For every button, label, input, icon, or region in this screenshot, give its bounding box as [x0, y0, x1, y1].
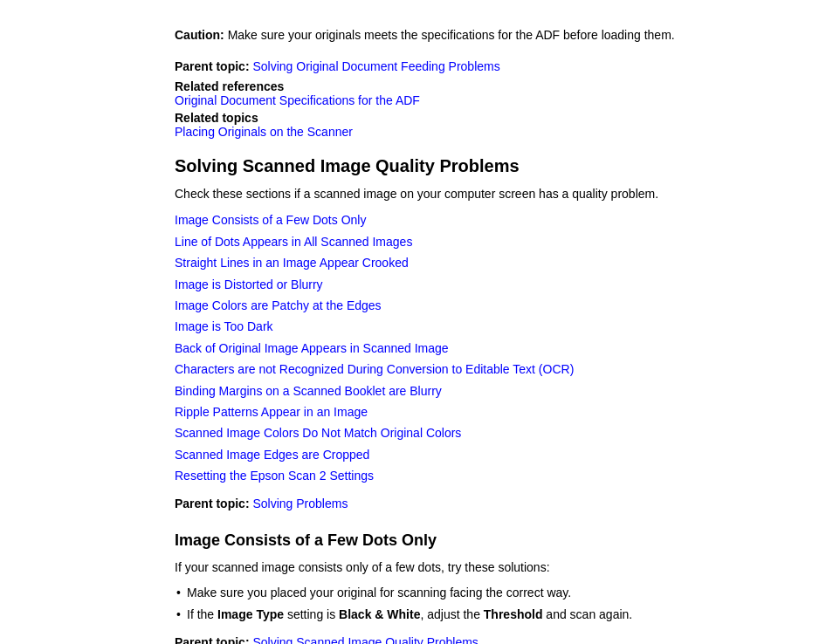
caution-block: Caution: Make sure your originals meets … [175, 26, 781, 45]
image-consists-section: Image Consists of a Few Dots Only If you… [175, 531, 781, 644]
link-scanned-edges[interactable]: Scanned Image Edges are Cropped [175, 448, 369, 462]
bullet-2-bold1: Image Type [217, 607, 284, 621]
list-item: Scanned Image Colors Do Not Match Origin… [175, 423, 781, 442]
image-consists-heading: Image Consists of a Few Dots Only [175, 531, 781, 550]
related-references-block: Related references Original Document Spe… [175, 79, 781, 107]
link-binding-margins[interactable]: Binding Margins on a Scanned Booklet are… [175, 384, 442, 398]
related-references-label: Related references [175, 79, 781, 93]
bullet-2-middle: setting is [284, 607, 339, 621]
solving-link-list: Image Consists of a Few Dots Only Line o… [175, 210, 781, 485]
bullet-2-end: and scan again. [542, 607, 632, 621]
list-item: Scanned Image Edges are Cropped [175, 445, 781, 464]
top-parent-topic-line: Parent topic: Solving Original Document … [175, 57, 781, 76]
bullet-2-bold2: Black & White [339, 607, 420, 621]
list-item: Back of Original Image Appears in Scanne… [175, 339, 781, 358]
solving-section: Solving Scanned Image Quality Problems C… [175, 156, 781, 513]
bullet-item-2: If the Image Type setting is Black & Whi… [175, 606, 781, 624]
list-item: Straight Lines in an Image Appear Crooke… [175, 253, 781, 272]
solving-parent-topic-label: Parent topic: [175, 497, 250, 510]
list-item: Ripple Patterns Appear in an Image [175, 402, 781, 421]
bullet-2-before: If the [187, 607, 217, 621]
related-references-link[interactable]: Original Document Specifications for the… [175, 93, 420, 107]
caution-text: Make sure your originals meets the speci… [228, 28, 675, 42]
link-line-dots[interactable]: Line of Dots Appears in All Scanned Imag… [175, 235, 412, 249]
link-resetting[interactable]: Resetting the Epson Scan 2 Settings [175, 469, 374, 483]
top-parent-topic-label: Parent topic: [175, 59, 250, 73]
bullet-2-bold3: Threshold [484, 607, 543, 621]
related-topics-label: Related topics [175, 111, 781, 125]
bullet-1-text: Make sure you placed your original for s… [187, 586, 571, 599]
related-topics-block: Related topics Placing Originals on the … [175, 111, 781, 139]
list-item: Characters are not Recognized During Con… [175, 360, 781, 379]
bullet-item-1: Make sure you placed your original for s… [175, 584, 781, 602]
image-consists-parent-topic-line: Parent topic: Solving Scanned Image Qual… [175, 633, 781, 644]
image-consists-bullets: Make sure you placed your original for s… [175, 584, 781, 624]
list-item: Line of Dots Appears in All Scanned Imag… [175, 232, 781, 251]
solving-parent-topic-line: Parent topic: Solving Problems [175, 494, 781, 513]
list-item: Binding Margins on a Scanned Booklet are… [175, 381, 781, 401]
link-ripple-patterns[interactable]: Ripple Patterns Appear in an Image [175, 405, 368, 419]
solving-section-heading: Solving Scanned Image Quality Problems [175, 156, 781, 176]
link-characters-ocr[interactable]: Characters are not Recognized During Con… [175, 362, 574, 376]
list-item: Image Consists of a Few Dots Only [175, 210, 781, 230]
page-container: Caution: Make sure your originals meets … [0, 0, 833, 644]
list-item: Image is Distorted or Blurry [175, 275, 781, 294]
image-consists-parent-label: Parent topic: [175, 635, 250, 644]
link-image-consists[interactable]: Image Consists of a Few Dots Only [175, 213, 366, 227]
content-area: Caution: Make sure your originals meets … [175, 26, 781, 644]
image-consists-parent-link[interactable]: Solving Scanned Image Quality Problems [252, 635, 478, 644]
link-scanned-colors[interactable]: Scanned Image Colors Do Not Match Origin… [175, 426, 461, 440]
solving-section-intro: Check these sections if a scanned image … [175, 185, 781, 203]
list-item: Image is Too Dark [175, 317, 781, 336]
link-image-colors-patchy[interactable]: Image Colors are Patchy at the Edges [175, 298, 382, 312]
link-image-too-dark[interactable]: Image is Too Dark [175, 319, 273, 333]
related-topics-link[interactable]: Placing Originals on the Scanner [175, 125, 353, 139]
link-back-of-original[interactable]: Back of Original Image Appears in Scanne… [175, 341, 449, 355]
solving-parent-topic-link[interactable]: Solving Problems [252, 497, 348, 510]
bullet-2-after: , adjust the [420, 607, 483, 621]
caution-label: Caution: [175, 28, 224, 42]
list-item: Resetting the Epson Scan 2 Settings [175, 466, 781, 485]
top-parent-topic-link[interactable]: Solving Original Document Feeding Proble… [252, 59, 499, 73]
link-image-distorted[interactable]: Image is Distorted or Blurry [175, 277, 323, 291]
list-item: Image Colors are Patchy at the Edges [175, 296, 781, 315]
image-consists-intro: If your scanned image consists only of a… [175, 558, 781, 577]
link-straight-lines[interactable]: Straight Lines in an Image Appear Crooke… [175, 256, 409, 270]
